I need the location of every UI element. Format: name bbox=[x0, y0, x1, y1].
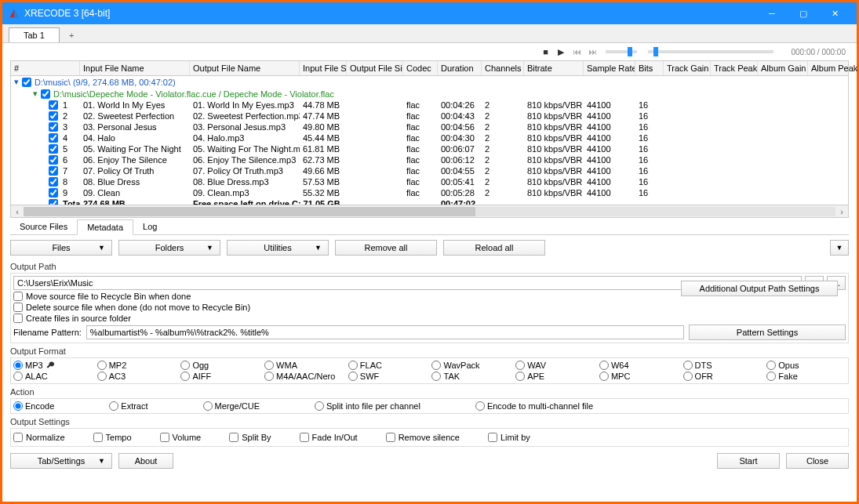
col-sr[interactable]: Sample Rate bbox=[584, 61, 635, 75]
format-ofr[interactable]: OFR bbox=[683, 372, 763, 381]
volume-slider[interactable] bbox=[606, 50, 637, 53]
root-checkbox[interactable] bbox=[22, 78, 31, 87]
row-checkbox[interactable] bbox=[49, 188, 58, 198]
remove-all-button[interactable]: Remove all bbox=[335, 240, 437, 256]
table-row[interactable]: 1 01. World In My Eyes01. World In My Ey… bbox=[11, 100, 848, 111]
total-checkbox[interactable] bbox=[49, 199, 58, 205]
setting-fade-in-out[interactable]: Fade In/Out bbox=[300, 433, 358, 442]
tab-1[interactable]: Tab 1 bbox=[9, 27, 60, 42]
format-flac[interactable]: FLAC bbox=[348, 361, 428, 370]
prev-icon[interactable]: ⏮ bbox=[571, 47, 582, 56]
setting-normalize[interactable]: Normalize bbox=[13, 433, 65, 442]
row-checkbox[interactable] bbox=[49, 111, 58, 121]
format-ape[interactable]: APE bbox=[515, 372, 595, 381]
format-aiff[interactable]: AIFF bbox=[180, 372, 260, 381]
format-opus[interactable]: Opus bbox=[766, 361, 846, 370]
add-tab-button[interactable]: + bbox=[60, 28, 83, 42]
pattern-input[interactable] bbox=[86, 325, 684, 339]
col-insize[interactable]: Input File Size bbox=[300, 61, 347, 75]
tree-root[interactable]: ▾ D:\music\ (9/9, 274.68 MB, 00:47:02) bbox=[11, 76, 848, 88]
tab-settings-dropdown[interactable]: Tab/Settings▼ bbox=[10, 453, 112, 469]
scroll-right-icon[interactable]: › bbox=[835, 205, 848, 218]
format-ogg[interactable]: Ogg bbox=[180, 361, 260, 370]
col-out[interactable]: Output File Name bbox=[190, 61, 300, 75]
delete-checkbox[interactable] bbox=[13, 303, 23, 312]
scroll-left-icon[interactable]: ‹ bbox=[11, 205, 24, 218]
tab-source-files[interactable]: Source Files bbox=[10, 219, 77, 234]
col-num[interactable]: # bbox=[11, 61, 80, 75]
table-row[interactable]: 5 05. Waiting For The Night05. Waiting F… bbox=[11, 143, 848, 154]
row-checkbox[interactable] bbox=[49, 177, 58, 187]
format-tak[interactable]: TAK bbox=[431, 372, 511, 381]
action-split-into-file-per-channel[interactable]: Split into file per channel bbox=[315, 401, 420, 411]
close-window-button[interactable]: ✕ bbox=[819, 2, 850, 24]
action-encode-to-multi-channel-file[interactable]: Encode to multi-channel file bbox=[475, 401, 593, 411]
recycle-checkbox[interactable] bbox=[13, 292, 23, 301]
setting-limit-by[interactable]: Limit by bbox=[488, 433, 530, 442]
col-ch[interactable]: Channels bbox=[482, 61, 524, 75]
additional-path-settings-button[interactable]: Additional Output Path Settings bbox=[681, 281, 838, 296]
horizontal-scrollbar[interactable]: ‹ › bbox=[11, 205, 848, 217]
pattern-settings-button[interactable]: Pattern Settings bbox=[689, 325, 846, 340]
wrench-icon[interactable] bbox=[45, 361, 55, 370]
tree-cue[interactable]: ▾ D:\music\Depeche Mode - Violator.flac.… bbox=[11, 88, 848, 100]
close-button[interactable]: Close bbox=[786, 453, 849, 469]
tab-log[interactable]: Log bbox=[133, 219, 166, 234]
col-codec[interactable]: Codec bbox=[403, 61, 438, 75]
col-dur[interactable]: Duration bbox=[438, 61, 482, 75]
format-mp2[interactable]: MP2 bbox=[97, 361, 177, 370]
setting-remove-silence[interactable]: Remove silence bbox=[386, 433, 460, 442]
collapse-icon[interactable]: ▾ bbox=[14, 77, 19, 87]
table-row[interactable]: 9 09. Clean09. Clean.mp355.32 MB flac00:… bbox=[11, 187, 848, 198]
seek-slider[interactable] bbox=[648, 50, 773, 53]
col-outsize[interactable]: Output File Size bbox=[347, 61, 403, 75]
utilities-dropdown[interactable]: Utilities▼ bbox=[227, 240, 329, 256]
row-checkbox[interactable] bbox=[49, 133, 58, 143]
format-fake[interactable]: Fake bbox=[766, 372, 846, 381]
table-row[interactable]: 6 06. Enjoy The Silence06. Enjoy The Sil… bbox=[11, 154, 848, 165]
files-dropdown[interactable]: Files▼ bbox=[10, 240, 112, 256]
format-wavpack[interactable]: WavPack bbox=[431, 361, 511, 370]
scroll-thumb[interactable] bbox=[24, 207, 475, 216]
maximize-button[interactable]: ▢ bbox=[788, 2, 819, 24]
row-checkbox[interactable] bbox=[49, 166, 58, 176]
stop-icon[interactable]: ■ bbox=[540, 47, 551, 56]
action-merge-cue[interactable]: Merge/CUE bbox=[203, 401, 260, 411]
col-ag[interactable]: Album Gain bbox=[758, 61, 808, 75]
format-alac[interactable]: ALAC bbox=[13, 372, 93, 381]
folders-dropdown[interactable]: Folders▼ bbox=[118, 240, 220, 256]
collapse-icon[interactable]: ▾ bbox=[33, 89, 38, 99]
row-checkbox[interactable] bbox=[49, 144, 58, 154]
row-checkbox[interactable] bbox=[49, 100, 58, 110]
minimize-button[interactable]: ─ bbox=[756, 2, 788, 24]
reload-all-button[interactable]: Reload all bbox=[443, 240, 545, 256]
table-row[interactable]: 7 07. Policy Of Truth07. Policy Of Truth… bbox=[11, 165, 848, 176]
create-folder-checkbox[interactable] bbox=[13, 314, 23, 323]
grid-body[interactable]: ▾ D:\music\ (9/9, 274.68 MB, 00:47:02) ▾… bbox=[11, 76, 848, 205]
table-row[interactable]: 3 03. Personal Jesus03. Personal Jesus.m… bbox=[11, 121, 848, 132]
play-icon[interactable]: ▶ bbox=[555, 47, 566, 57]
cue-checkbox[interactable] bbox=[41, 89, 50, 99]
format-mp3[interactable]: MP3 bbox=[13, 361, 93, 370]
format-w64[interactable]: W64 bbox=[599, 361, 679, 370]
about-button[interactable]: About bbox=[118, 453, 173, 469]
format-m4a-aac-nero[interactable]: M4A/AAC/Nero bbox=[264, 372, 344, 381]
setting-tempo[interactable]: Tempo bbox=[93, 433, 132, 442]
row-checkbox[interactable] bbox=[49, 155, 58, 165]
col-in[interactable]: Input File Name bbox=[80, 61, 190, 75]
table-row[interactable]: 4 04. Halo04. Halo.mp345.44 MB flac00:04… bbox=[11, 132, 848, 143]
format-dts[interactable]: DTS bbox=[683, 361, 763, 370]
setting-split-by[interactable]: Split By bbox=[229, 433, 271, 442]
setting-volume[interactable]: Volume bbox=[160, 433, 202, 442]
action-extract[interactable]: Extract bbox=[109, 401, 147, 411]
table-row[interactable]: 8 08. Blue Dress08. Blue Dress.mp357.53 … bbox=[11, 176, 848, 187]
format-wav[interactable]: WAV bbox=[515, 361, 595, 370]
col-tp[interactable]: Track Peak bbox=[711, 61, 758, 75]
more-dropdown[interactable]: ▼ bbox=[830, 240, 849, 256]
start-button[interactable]: Start bbox=[717, 453, 780, 469]
format-ac3[interactable]: AC3 bbox=[97, 372, 177, 381]
next-icon[interactable]: ⏭ bbox=[587, 47, 598, 56]
col-ap[interactable]: Album Peak bbox=[808, 61, 859, 75]
format-mpc[interactable]: MPC bbox=[599, 372, 679, 381]
row-checkbox[interactable] bbox=[49, 122, 58, 132]
